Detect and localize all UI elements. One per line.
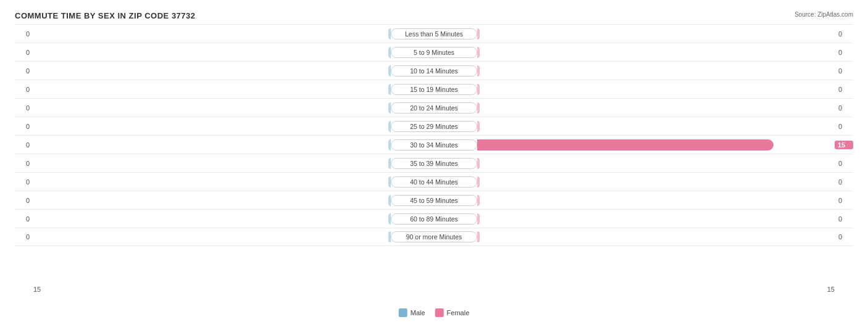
female-value: 15: [835, 141, 853, 149]
female-value: 0: [835, 67, 853, 75]
chart-row: 035 to 39 Minutes0: [15, 154, 853, 172]
female-bar-area: [477, 101, 835, 115]
bars-container: 5 to 9 Minutes: [33, 43, 835, 61]
male-value: 0: [15, 160, 33, 167]
row-label: 30 to 34 Minutes: [391, 139, 477, 151]
bars-container: 40 to 44 Minutes: [33, 173, 835, 191]
bar-pair: 30 to 34 Minutes: [33, 138, 835, 152]
female-bar-area: [477, 175, 835, 189]
bar-pair: 45 to 59 Minutes: [33, 194, 835, 207]
row-label: 25 to 29 Minutes: [391, 121, 477, 132]
bars-container: 35 to 39 Minutes: [33, 154, 835, 172]
female-value: 0: [835, 197, 853, 204]
female-bar-area: [477, 46, 835, 59]
row-label: 35 to 39 Minutes: [391, 158, 477, 169]
bars-container: 60 to 89 Minutes: [33, 210, 835, 228]
female-bar-area: [477, 138, 835, 152]
male-bar-area: [33, 212, 391, 226]
bar-pair: 15 to 19 Minutes: [33, 83, 835, 96]
source-text: Source: ZipAtlas.com: [795, 11, 853, 18]
female-bar: [477, 121, 480, 132]
row-label: 45 to 59 Minutes: [391, 195, 477, 206]
chart-row: 0Less than 5 Minutes0: [15, 24, 853, 43]
female-value: 0: [835, 160, 853, 167]
female-bar: [477, 213, 480, 225]
chart-row: 090 or more Minutes0: [15, 228, 853, 246]
bars-container: 15 to 19 Minutes: [33, 80, 835, 98]
female-value: 0: [835, 233, 853, 241]
male-value: 0: [15, 30, 33, 38]
female-bar: [477, 158, 480, 169]
bar-pair: 90 or more Minutes: [33, 230, 835, 244]
female-bar: [477, 102, 480, 114]
chart-row: 025 to 29 Minutes0: [15, 117, 853, 135]
male-bar-area: [33, 157, 391, 170]
female-bar: [477, 28, 480, 39]
bar-pair: 20 to 24 Minutes: [33, 101, 835, 115]
male-value: 0: [15, 86, 33, 93]
legend: Male Female: [399, 308, 470, 317]
male-bar-area: [33, 194, 391, 207]
bars-container: 10 to 14 Minutes: [33, 62, 835, 80]
female-bar-area: [477, 83, 835, 96]
chart-row: 015 to 19 Minutes0: [15, 80, 853, 98]
female-bar: [477, 195, 480, 206]
row-label: 20 to 24 Minutes: [391, 102, 477, 114]
male-value: 0: [15, 197, 33, 204]
male-value: 0: [15, 178, 33, 186]
bar-pair: 5 to 9 Minutes: [33, 46, 835, 59]
chart-row: 060 to 89 Minutes0: [15, 209, 853, 228]
legend-male: Male: [399, 308, 425, 317]
female-bar-area: [477, 212, 835, 226]
row-label: Less than 5 Minutes: [391, 28, 477, 39]
female-value: 0: [835, 30, 853, 38]
female-bar-area: [477, 230, 835, 244]
chart-footer: 15 Male Female 15: [15, 286, 853, 293]
male-value: 0: [15, 141, 33, 149]
female-bar-area: [477, 27, 835, 41]
male-value: 0: [15, 233, 33, 241]
male-value: 0: [15, 123, 33, 130]
female-bar-area: [477, 120, 835, 133]
bars-container: 90 or more Minutes: [33, 228, 835, 246]
chart-row: 045 to 59 Minutes0: [15, 191, 853, 209]
female-bar: [477, 65, 480, 76]
row-label: 15 to 19 Minutes: [391, 84, 477, 95]
bars-container: 30 to 34 Minutes: [33, 136, 835, 154]
male-bar-area: [33, 230, 391, 244]
footer-right-value: 15: [827, 286, 835, 293]
chart-row: 030 to 34 Minutes15: [15, 135, 853, 154]
chart-row: 040 to 44 Minutes0: [15, 172, 853, 191]
bars-container: Less than 5 Minutes: [33, 25, 835, 43]
female-value: 0: [835, 49, 853, 56]
legend-female: Female: [435, 308, 470, 317]
bars-container: 25 to 29 Minutes: [33, 117, 835, 135]
chart-title: COMMUTE TIME BY SEX IN ZIP CODE 37732: [15, 11, 853, 20]
male-value: 0: [15, 104, 33, 112]
female-value: 0: [835, 123, 853, 130]
legend-male-label: Male: [411, 309, 425, 316]
row-label: 5 to 9 Minutes: [391, 47, 477, 58]
female-value: 0: [835, 178, 853, 186]
bar-pair: 40 to 44 Minutes: [33, 175, 835, 189]
female-bar-area: [477, 64, 835, 78]
bar-pair: 10 to 14 Minutes: [33, 64, 835, 78]
bar-pair: 25 to 29 Minutes: [33, 120, 835, 133]
row-label: 40 to 44 Minutes: [391, 176, 477, 188]
bars-container: 45 to 59 Minutes: [33, 191, 835, 209]
female-value: 0: [835, 215, 853, 223]
male-bar-area: [33, 101, 391, 115]
row-label: 90 or more Minutes: [391, 231, 477, 242]
male-bar-area: [33, 138, 391, 152]
bar-pair: 35 to 39 Minutes: [33, 157, 835, 170]
female-bar: [477, 47, 480, 58]
chart-row: 020 to 24 Minutes0: [15, 98, 853, 117]
female-bar: [477, 84, 480, 95]
male-bar-area: [33, 64, 391, 78]
female-bar: [477, 139, 774, 151]
female-bar: [477, 176, 480, 188]
row-label: 60 to 89 Minutes: [391, 213, 477, 225]
female-value: 0: [835, 86, 853, 93]
legend-female-box: [435, 308, 444, 317]
male-bar-area: [33, 46, 391, 59]
